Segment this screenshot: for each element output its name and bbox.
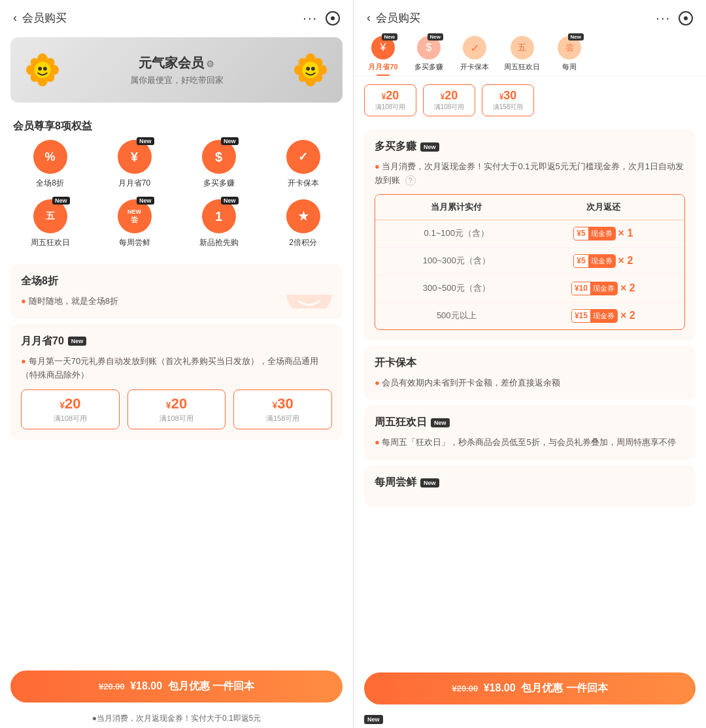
benefit-item-newprod[interactable]: 1 New 新品抢先购	[179, 199, 258, 248]
section-weekly-title: 每周尝鲜 New	[375, 476, 685, 489]
section-8zhe: 全场8折 随时随地，就是全场8折	[10, 264, 343, 319]
tab-friday[interactable]: 五 周五狂欢日	[497, 31, 546, 76]
tab-protect-label: 开卡保本	[460, 62, 489, 72]
earn-reward-3: ¥10 现金券 × 2	[530, 282, 677, 295]
svg-point-9	[34, 61, 50, 78]
earn-reward-2: ¥5 现金券 × 2	[530, 254, 677, 268]
benefit-item-friday[interactable]: 五 New 周五狂欢日	[10, 199, 90, 248]
tabs-row: ¥ New 月月省70 $ New 多买多赚 ✓ 开卡保本 五 周五狂欢日	[354, 31, 706, 76]
reward-tag-3: ¥10 现金券	[571, 282, 618, 295]
voucher-3-amount: ¥30	[239, 395, 326, 412]
section-70-title: 月月省70 New	[21, 335, 332, 348]
benefits-title: 会员尊享8项权益	[0, 109, 353, 140]
right-more-button[interactable]: ···	[656, 10, 671, 25]
section-duoduo-desc: ● 当月消费，次月返现金券！实付大于0.1元即返5元无门槛现金券，次月1日自动发…	[375, 160, 685, 188]
earn-table: 当月累计实付 次月返还 0.1~100元（含） ¥5 现金券 × 1 100~3…	[375, 194, 685, 330]
section-70-new: New	[68, 337, 87, 346]
section-friday-title: 周五狂欢日 New	[375, 416, 685, 429]
svg-point-20	[302, 61, 318, 78]
earn-row-1: 0.1~100元（含） ¥5 现金券 × 1	[375, 220, 684, 248]
hero-title: 元气家会员 ⚙	[130, 54, 224, 72]
benefit-item-8zhe[interactable]: % 全场8折	[10, 140, 90, 189]
strip-coupon-1: ¥20 满108可用	[364, 84, 416, 116]
new-badge-70: New	[137, 137, 154, 145]
tab-duoduo-new: New	[428, 33, 443, 41]
svg-point-10	[38, 67, 42, 71]
section-kaikapb-desc: ● 会员有效期内未省到开卡金额，差价直接返余额	[375, 376, 685, 390]
tab-monthly70[interactable]: ¥ New 月月省70	[360, 31, 406, 76]
tab-weekly-label: 每周	[562, 62, 577, 72]
earn-reward-1: ¥5 现金券 × 1	[530, 227, 677, 240]
reward-tag-2: ¥5 现金券	[573, 254, 615, 268]
right-back-button[interactable]: ‹	[367, 11, 371, 25]
earn-row-4: 500元以上 ¥15 现金券 × 2	[375, 303, 684, 329]
flower-right-icon	[292, 51, 329, 89]
left-cta-button[interactable]: ¥20.00 ¥18.00 包月优惠 一件回本	[10, 670, 343, 703]
flower-left-icon	[24, 51, 61, 89]
benefit-item-protect[interactable]: ✓ 开卡保本	[263, 140, 343, 189]
left-cta-area: ¥20.00 ¥18.00 包月优惠 一件回本	[0, 664, 353, 709]
right-cta-button[interactable]: ¥20.00 ¥18.00 包月优惠 一件回本	[364, 672, 696, 704]
benefits-grid: % 全场8折 ¥ New 月月省70 $ New 多买多赚	[0, 140, 353, 259]
tab-friday-label: 周五狂欢日	[504, 62, 540, 72]
tab-protect-icon: ✓	[463, 36, 486, 59]
benefit-item-weekly[interactable]: NEW尝 New 每周尝鲜	[95, 199, 174, 248]
right-cta-price-new: ¥18.00	[484, 682, 516, 693]
more-button[interactable]: ···	[303, 10, 318, 25]
earn-row-3: 300~500元（含） ¥10 现金券 × 2	[375, 275, 684, 303]
benefit-item-duoduo[interactable]: $ New 多买多赚	[179, 140, 258, 189]
new-badge-newprod: New	[221, 197, 239, 205]
right-page-title: 会员购买	[376, 10, 656, 25]
benefit-item-70[interactable]: ¥ New 月月省70	[95, 140, 174, 189]
strip-coupon-1-cond: 满108可用	[373, 103, 408, 112]
right-cta-label: 包月优惠 一件回本	[521, 682, 607, 693]
section-kaikapb: 开卡保本 ● 会员有效期内未省到开卡金额，差价直接返余额	[364, 346, 696, 401]
section-friday-desc: ● 每周五「狂欢日」，秒杀商品会员低至5折，与会员礼券叠加，周周特惠享不停	[375, 436, 685, 450]
section-duoduo-title: 多买多赚 New	[375, 140, 685, 154]
bottom-note: ●当月消费，次月返现金券！实付大于0.1即返5元	[0, 709, 353, 728]
new-badge-duoduo: New	[221, 137, 239, 145]
reward-tag-1: ¥5 现金券	[573, 227, 615, 240]
new-badge-weekly: New	[137, 197, 154, 205]
tab-weekly-new: New	[568, 33, 584, 41]
record-button[interactable]	[326, 11, 340, 25]
voucher-2-amount: ¥20	[133, 395, 220, 412]
section-70: 月月省70 New 每月第一天70元礼券自动发放到账（首次礼券购买当日发放），全…	[10, 324, 343, 440]
section-8zhe-title: 全场8折	[21, 274, 332, 288]
tab-protect[interactable]: ✓ 开卡保本	[452, 31, 497, 76]
voucher-1-amount: ¥20	[27, 395, 114, 412]
earn-reward-4: ¥15 现金券 × 2	[530, 309, 677, 323]
section-friday-new: New	[431, 418, 450, 427]
right-cta-price-old: ¥20.00	[452, 684, 478, 693]
tab-duoduo[interactable]: $ New 多买多赚	[406, 31, 452, 76]
tab-weekly[interactable]: 尝 New 每周	[546, 31, 592, 76]
tab-monthly70-new: New	[382, 33, 397, 41]
strip-coupon-2-cond: 满108可用	[431, 103, 467, 112]
strip-coupon-1-amount: ¥20	[373, 89, 408, 103]
svg-point-21	[306, 67, 310, 71]
earn-row-2: 100~300元（含） ¥5 现金券 × 2	[375, 248, 684, 275]
section-duoduo: 多买多赚 New ● 当月消费，次月返现金券！实付大于0.1元即返5元无门槛现金…	[364, 129, 696, 340]
right-record-button[interactable]	[679, 11, 693, 25]
earn-header-2: 次月返还	[530, 201, 677, 213]
right-bottom-row: New	[354, 711, 706, 728]
svg-point-22	[311, 67, 315, 71]
back-button[interactable]: ‹	[13, 11, 17, 25]
section-kaikapb-title: 开卡保本	[375, 356, 685, 370]
section-70-desc: 每月第一天70元礼券自动发放到账（首次礼券购买当日发放），全场商品通用（特殊商品…	[21, 355, 332, 382]
voucher-2: ¥20 满108可用	[127, 389, 226, 429]
svg-point-11	[43, 67, 47, 71]
strip-coupon-2: ¥20 满108可用	[423, 84, 475, 116]
svg-point-23	[286, 295, 332, 308]
coupon-strip: ¥20 满108可用 ¥20 满108可用 ¥30 满158可用	[354, 76, 706, 124]
earn-header-1: 当月累计实付	[383, 201, 530, 213]
new-badge-friday: New	[52, 197, 70, 205]
tab-friday-icon: 五	[511, 36, 534, 59]
right-cta-area: ¥20.00 ¥18.00 包月优惠 一件回本	[354, 666, 706, 711]
earn-range-2: 100~300元（含）	[383, 255, 530, 267]
right-bottom-area: ¥20.00 ¥18.00 包月优惠 一件回本 New	[354, 666, 706, 728]
strip-coupon-3: ¥30 满158可用	[482, 84, 534, 116]
reward-tag-4: ¥15 现金券	[571, 309, 618, 323]
benefit-item-points[interactable]: ★ 2倍积分	[263, 199, 343, 248]
page-title: 会员购买	[22, 10, 303, 25]
